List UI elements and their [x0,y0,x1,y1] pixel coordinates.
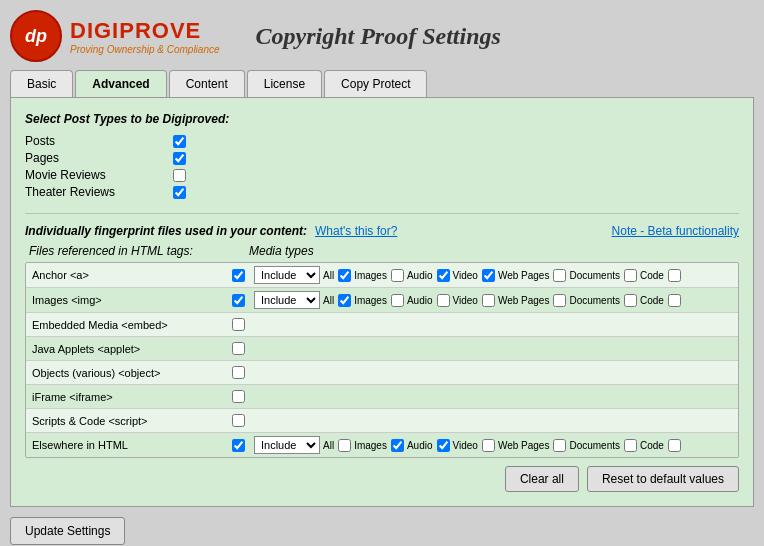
anchor-documents-cb[interactable] [624,269,637,282]
file-name-images: Images <img> [32,294,232,306]
elsewhere-images-cb[interactable] [391,439,404,452]
post-type-row: Pages [25,151,739,165]
post-types-header: Select Post Types to be Digiproved: [25,112,739,126]
tab-content[interactable]: Content [169,70,245,97]
whats-this-link[interactable]: What's this for? [315,224,397,238]
logo-text: DIGIPROVE Proving Ownership & Compliance [70,18,220,55]
scripts-enable-checkbox-wrap [232,414,254,427]
post-type-label: Theater Reviews [25,185,165,199]
col-header-files: Files referenced in HTML tags: [29,244,249,258]
fingerprint-title: Individually fingerprint files used in y… [25,224,307,238]
embedded-enable-checkbox-wrap [232,318,254,331]
file-name-scripts: Scripts & Code <script> [32,415,232,427]
beta-note-link[interactable]: Note - Beta functionality [612,224,739,238]
file-row-scripts: Scripts & Code <script> [26,409,738,433]
logo-area: dp DIGIPROVE Proving Ownership & Complia… [10,10,220,62]
java-enable-checkbox-wrap [232,342,254,355]
tab-bar: Basic Advanced Content License Copy Prot… [10,70,754,97]
page-title: Copyright Proof Settings [256,23,501,50]
anchor-audio-cb[interactable] [437,269,450,282]
embedded-enable-checkbox[interactable] [232,318,245,331]
anchor-code-cb[interactable] [668,269,681,282]
file-row-iframe: iFrame <iframe> [26,385,738,409]
main-content: Select Post Types to be Digiproved: Post… [10,97,754,507]
file-name-anchor: Anchor <a> [32,269,232,281]
bottom-bar: Update Settings [10,517,754,545]
post-types-section: Select Post Types to be Digiproved: Post… [25,112,739,199]
posts-checkbox[interactable] [173,135,186,148]
logo-title: DIGIPROVE [70,18,220,44]
tab-license[interactable]: License [247,70,322,97]
pages-checkbox[interactable] [173,152,186,165]
movie-reviews-checkbox[interactable] [173,169,186,182]
iframe-enable-checkbox-wrap [232,390,254,403]
images-enable-checkbox[interactable] [232,294,245,307]
elsewhere-webpages-cb[interactable] [553,439,566,452]
elsewhere-video-cb[interactable] [482,439,495,452]
post-type-label: Posts [25,134,165,148]
post-type-row: Theater Reviews [25,185,739,199]
java-enable-checkbox[interactable] [232,342,245,355]
elsewhere-audio-cb[interactable] [437,439,450,452]
post-type-label: Pages [25,151,165,165]
images-all-cb[interactable] [338,294,351,307]
tab-copy-protect[interactable]: Copy Protect [324,70,427,97]
anchor-enable-checkbox-wrap [232,269,254,282]
file-row-anchor: Anchor <a> Include Exclude All Images Au… [26,263,738,288]
file-table: Anchor <a> Include Exclude All Images Au… [25,262,739,458]
elsewhere-enable-checkbox[interactable] [232,439,245,452]
elsewhere-code-cb[interactable] [668,439,681,452]
images-enable-checkbox-wrap [232,294,254,307]
file-name-objects: Objects (various) <object> [32,367,232,379]
scripts-enable-checkbox[interactable] [232,414,245,427]
file-name-embedded: Embedded Media <embed> [32,319,232,331]
images-video-cb[interactable] [482,294,495,307]
anchor-all-cb[interactable] [338,269,351,282]
logo-initials: dp [25,26,47,47]
clear-all-button[interactable]: Clear all [505,466,579,492]
action-buttons: Clear all Reset to default values [25,466,739,492]
col-header-media: Media types [249,244,314,258]
logo-icon: dp [10,10,62,62]
anchor-images-cb[interactable] [391,269,404,282]
anchor-webpages-cb[interactable] [553,269,566,282]
images-options: Include Exclude All Images Audio Video W… [254,291,681,309]
elsewhere-all-cb[interactable] [338,439,351,452]
update-settings-button[interactable]: Update Settings [10,517,125,545]
images-audio-cb[interactable] [437,294,450,307]
images-documents-cb[interactable] [624,294,637,307]
file-name-iframe: iFrame <iframe> [32,391,232,403]
tab-advanced[interactable]: Advanced [75,70,166,97]
file-row-images: Images <img> Include Exclude All Images … [26,288,738,313]
elsewhere-include-select[interactable]: Include Exclude [254,436,320,454]
objects-enable-checkbox-wrap [232,366,254,379]
theater-reviews-checkbox[interactable] [173,186,186,199]
reset-button[interactable]: Reset to default values [587,466,739,492]
file-row-embedded: Embedded Media <embed> [26,313,738,337]
objects-enable-checkbox[interactable] [232,366,245,379]
images-include-select[interactable]: Include Exclude [254,291,320,309]
post-type-row: Movie Reviews [25,168,739,182]
anchor-include-select[interactable]: Include Exclude [254,266,320,284]
images-images-cb[interactable] [391,294,404,307]
anchor-options: Include Exclude All Images Audio Video W… [254,266,681,284]
post-type-label: Movie Reviews [25,168,165,182]
elsewhere-documents-cb[interactable] [624,439,637,452]
file-row-elsewhere: Elsewhere in HTML Include Exclude All Im… [26,433,738,457]
images-code-cb[interactable] [668,294,681,307]
images-webpages-cb[interactable] [553,294,566,307]
file-name-java: Java Applets <applet> [32,343,232,355]
anchor-video-cb[interactable] [482,269,495,282]
fingerprint-header: Individually fingerprint files used in y… [25,213,739,238]
file-row-java: Java Applets <applet> [26,337,738,361]
elsewhere-enable-checkbox-wrap [232,439,254,452]
iframe-enable-checkbox[interactable] [232,390,245,403]
elsewhere-options: Include Exclude All Images Audio Video W… [254,436,681,454]
logo-subtitle: Proving Ownership & Compliance [70,44,220,55]
tab-basic[interactable]: Basic [10,70,73,97]
anchor-enable-checkbox[interactable] [232,269,245,282]
column-headers: Files referenced in HTML tags: Media typ… [25,244,739,258]
file-row-objects: Objects (various) <object> [26,361,738,385]
post-type-row: Posts [25,134,739,148]
header: dp DIGIPROVE Proving Ownership & Complia… [10,10,754,62]
